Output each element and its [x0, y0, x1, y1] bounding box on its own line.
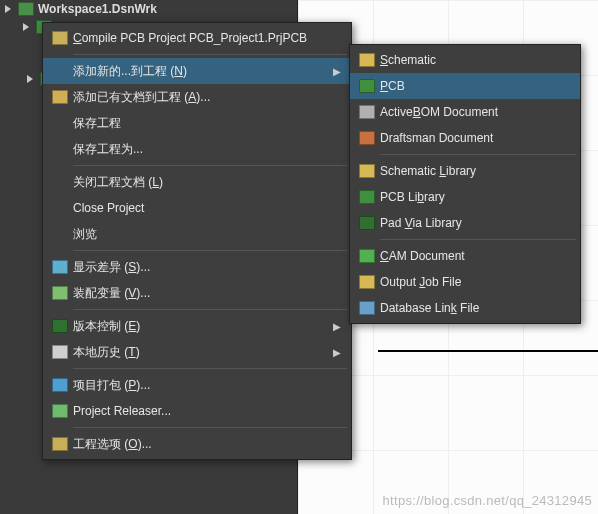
releaser-icon	[47, 398, 73, 424]
menu-item-draftsman[interactable]: Draftsman Document	[350, 125, 580, 151]
watermark-text: https://blog.csdn.net/qq_24312945	[383, 493, 592, 508]
menu-item-label: Pad Via Library	[380, 216, 572, 230]
menu-separator	[73, 427, 347, 428]
menu-item-label: Project Releaser...	[73, 404, 343, 418]
menu-separator	[380, 239, 576, 240]
menu-item-label: 本地历史 (T)	[73, 344, 333, 361]
schematic-icon	[354, 47, 380, 73]
blank	[47, 169, 73, 195]
menu-item-label: Database Link File	[380, 301, 572, 315]
menu-item-label: 浏览	[73, 226, 343, 243]
menu-item-label: Output Job File	[380, 275, 572, 289]
menu-item-label: Schematic	[380, 53, 572, 67]
menu-item-close-docs[interactable]: 关闭工程文档 (L)	[43, 169, 351, 195]
menu-item-save-project[interactable]: 保存工程	[43, 110, 351, 136]
menu-item-options[interactable]: 工程选项 (O)...	[43, 431, 351, 457]
context-menu-main: Compile PCB Project PCB_Project1.PrjPCB添…	[42, 22, 352, 460]
menu-item-releaser[interactable]: Project Releaser...	[43, 398, 351, 424]
blank	[47, 221, 73, 247]
menu-item-label: 装配变量 (V)...	[73, 285, 343, 302]
menu-separator	[73, 309, 347, 310]
menu-item-label: 添加新的...到工程 (N)	[73, 63, 333, 80]
menu-item-label: CAM Document	[380, 249, 572, 263]
menu-item-label: Draftsman Document	[380, 131, 572, 145]
workspace-root-label: Workspace1.DsnWrk	[38, 2, 157, 16]
menu-item-label: 保存工程为...	[73, 141, 343, 158]
menu-item-activebom[interactable]: ActiveBOM Document	[350, 99, 580, 125]
menu-item-label: PCB	[380, 79, 572, 93]
menu-item-label: 项目打包 (P)...	[73, 377, 343, 394]
expand-arrow-icon[interactable]	[22, 22, 32, 32]
svg-marker-0	[5, 5, 11, 13]
add-doc-icon	[47, 84, 73, 110]
menu-item-variants[interactable]: 装配变量 (V)...	[43, 280, 351, 306]
compile-icon	[47, 25, 73, 51]
menu-separator	[73, 250, 347, 251]
dblink-icon	[354, 295, 380, 321]
menu-item-add-existing[interactable]: 添加已有文档到工程 (A)...	[43, 84, 351, 110]
menu-item-compile[interactable]: Compile PCB Project PCB_Project1.PrjPCB	[43, 25, 351, 51]
diff-icon	[47, 254, 73, 280]
cam-icon	[354, 243, 380, 269]
menu-item-pcblib[interactable]: PCB Library	[350, 184, 580, 210]
padvia-icon	[354, 210, 380, 236]
menu-item-version-ctrl[interactable]: 版本控制 (E)▶	[43, 313, 351, 339]
menu-item-schlib[interactable]: Schematic Library	[350, 158, 580, 184]
menu-item-close-project[interactable]: Close Project	[43, 195, 351, 221]
history-icon	[47, 339, 73, 365]
menu-item-label: ActiveBOM Document	[380, 105, 572, 119]
submenu-arrow-icon: ▶	[333, 66, 343, 77]
menu-item-local-history[interactable]: 本地历史 (T)▶	[43, 339, 351, 365]
menu-item-padvia[interactable]: Pad Via Library	[350, 210, 580, 236]
menu-item-save-as[interactable]: 保存工程为...	[43, 136, 351, 162]
menu-item-add-new[interactable]: 添加新的...到工程 (N)▶	[43, 58, 351, 84]
menu-item-label: Schematic Library	[380, 164, 572, 178]
pcb-icon	[354, 73, 380, 99]
blank	[47, 136, 73, 162]
context-menu-add-new: SchematicPCBActiveBOM DocumentDraftsman …	[349, 44, 581, 324]
menu-separator	[380, 154, 576, 155]
menu-separator	[73, 54, 347, 55]
svg-marker-1	[23, 23, 29, 31]
menu-item-label: Compile PCB Project PCB_Project1.PrjPCB	[73, 31, 343, 45]
pcblib-icon	[354, 184, 380, 210]
blank	[47, 58, 73, 84]
blank	[47, 195, 73, 221]
blank	[47, 110, 73, 136]
menu-item-dblink[interactable]: Database Link File	[350, 295, 580, 321]
outjob-icon	[354, 269, 380, 295]
menu-item-pcb[interactable]: PCB	[350, 73, 580, 99]
expand-arrow-icon[interactable]	[26, 74, 36, 84]
menu-item-label: 关闭工程文档 (L)	[73, 174, 343, 191]
menu-item-package[interactable]: 项目打包 (P)...	[43, 372, 351, 398]
menu-item-label: 工程选项 (O)...	[73, 436, 343, 453]
menu-item-outjob[interactable]: Output Job File	[350, 269, 580, 295]
menu-item-show-diff[interactable]: 显示差异 (S)...	[43, 254, 351, 280]
workspace-icon	[18, 2, 34, 16]
menu-separator	[73, 368, 347, 369]
menu-item-label: 显示差异 (S)...	[73, 259, 343, 276]
menu-item-label: PCB Library	[380, 190, 572, 204]
menu-item-label: 保存工程	[73, 115, 343, 132]
variants-icon	[47, 280, 73, 306]
menu-item-browse[interactable]: 浏览	[43, 221, 351, 247]
menu-separator	[73, 165, 347, 166]
draftsman-icon	[354, 125, 380, 151]
menu-item-schematic[interactable]: Schematic	[350, 47, 580, 73]
menu-item-label: 版本控制 (E)	[73, 318, 333, 335]
schlib-icon	[354, 158, 380, 184]
menu-item-label: Close Project	[73, 201, 343, 215]
version-icon	[47, 313, 73, 339]
submenu-arrow-icon: ▶	[333, 321, 343, 332]
submenu-arrow-icon: ▶	[333, 347, 343, 358]
svg-marker-2	[27, 75, 33, 83]
expand-arrow-icon[interactable]	[4, 4, 14, 14]
bom-icon	[354, 99, 380, 125]
menu-item-cam[interactable]: CAM Document	[350, 243, 580, 269]
options-icon	[47, 431, 73, 457]
workspace-root-row[interactable]: Workspace1.DsnWrk	[0, 0, 297, 18]
package-icon	[47, 372, 73, 398]
menu-item-label: 添加已有文档到工程 (A)...	[73, 89, 343, 106]
